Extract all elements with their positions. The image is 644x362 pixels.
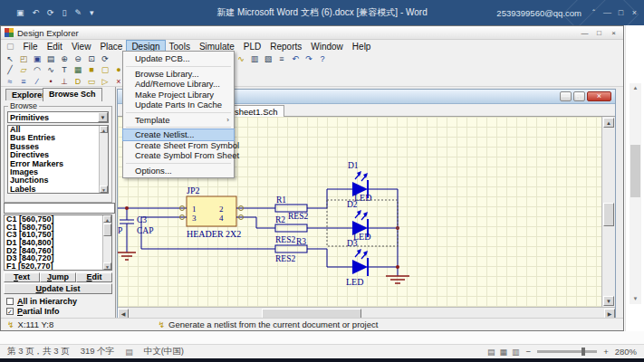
maximize-icon[interactable]: □: [615, 8, 627, 17]
minimize-icon[interactable]: —: [560, 91, 572, 101]
scroll-right-icon[interactable]: ▶: [604, 309, 615, 319]
chevron-down-icon[interactable]: ▼: [98, 112, 108, 122]
bus-icon[interactable]: ≡: [17, 76, 30, 87]
scroll-up-icon[interactable]: ▲: [100, 126, 108, 133]
wire-icon[interactable]: ≈: [4, 76, 16, 87]
scroll-down-icon[interactable]: ▼: [630, 294, 641, 304]
bus-entry-icon[interactable]: ∕: [31, 76, 43, 87]
help-icon[interactable]: ?: [316, 53, 329, 64]
zoom-slider[interactable]: [537, 350, 597, 353]
image-icon[interactable]: ▦: [72, 64, 84, 75]
junction-icon[interactable]: •: [44, 76, 57, 87]
scroll-up-icon[interactable]: ▲: [103, 215, 111, 223]
scroll-left-icon[interactable]: ◀: [118, 309, 129, 319]
part-icon[interactable]: D: [72, 76, 84, 87]
clipboard-icon[interactable]: ▯: [62, 8, 67, 17]
save-icon[interactable]: ▣: [16, 8, 24, 17]
menu-item-update-pcb[interactable]: Update PCB...: [123, 53, 234, 64]
library-add-icon[interactable]: ▧: [262, 53, 274, 64]
zoom-area-icon[interactable]: ⊡: [85, 53, 98, 64]
text-button[interactable]: Text: [4, 272, 40, 282]
web-layout-icon[interactable]: ▥: [512, 348, 520, 357]
category-item[interactable]: Labels: [8, 186, 108, 194]
d1-component[interactable]: D1 LED: [348, 161, 371, 203]
text-icon[interactable]: T: [58, 64, 71, 75]
edit-button[interactable]: Edit: [76, 272, 112, 282]
redo-icon[interactable]: ⟳: [47, 8, 54, 17]
schematic-vscrollbar[interactable]: ▲ ▼: [601, 117, 615, 307]
ground-symbol[interactable]: [386, 276, 409, 283]
document-tab-sheet1[interactable]: sheet1.Sch: [228, 105, 284, 118]
power-port-icon[interactable]: ⊥: [58, 76, 71, 87]
tab-browse-sch[interactable]: Browse Sch: [43, 88, 102, 101]
proofing-icon[interactable]: ▤: [125, 348, 133, 357]
scroll-down-icon[interactable]: ▼: [603, 296, 614, 306]
menu-view[interactable]: View: [67, 41, 96, 52]
print-layout-icon[interactable]: ▦: [500, 348, 508, 357]
menu-item-create-sheet-from-symbol[interactable]: Create Sheet From Symbol: [123, 140, 234, 151]
library-icon[interactable]: ▥: [248, 53, 261, 64]
scrollbar-thumb[interactable]: [630, 145, 640, 197]
curve-icon[interactable]: ∿: [44, 64, 57, 75]
design-explorer-titlebar[interactable]: Design Explorer —□×: [1, 26, 623, 40]
undo-icon[interactable]: ↶: [33, 8, 40, 17]
menu-reports[interactable]: Reports: [265, 41, 306, 52]
menu-item-create-netlist[interactable]: Create Netlist...: [123, 129, 234, 140]
components-scrollbar[interactable]: ▲ ▼: [102, 215, 111, 270]
checkbox-unchecked[interactable]: [6, 298, 14, 305]
jump-button[interactable]: Jump: [40, 272, 76, 282]
update-list-button[interactable]: Update List: [4, 283, 112, 294]
ribbon-display-options-icon[interactable]: ˆ: [588, 8, 600, 17]
word-count[interactable]: 319 个字: [81, 346, 115, 357]
zoom-out-icon[interactable]: ⊖: [72, 53, 84, 64]
document-icon[interactable]: ▢: [6, 42, 14, 51]
checkbox-label[interactable]: All in Hierarchy: [17, 297, 77, 306]
undo-icon[interactable]: ↶: [289, 53, 302, 64]
word-vertical-scrollbar[interactable]: ▲ ▼: [630, 83, 641, 304]
checkbox-checked[interactable]: ✓: [6, 308, 14, 315]
menu-pld[interactable]: PLD: [239, 41, 265, 52]
zoom-out-button[interactable]: −: [526, 347, 532, 357]
menu-window[interactable]: Window: [306, 41, 348, 52]
save-icon[interactable]: ▣: [31, 53, 43, 64]
scrollbar-thumb[interactable]: [262, 309, 361, 319]
port-icon[interactable]: ▷: [99, 76, 111, 87]
read-mode-icon[interactable]: ▤: [487, 348, 495, 357]
account-label[interactable]: 2539399560@qq.com: [496, 8, 582, 18]
menu-item-make-project-library[interactable]: Make Project Library: [123, 90, 234, 100]
ground-symbol[interactable]: [118, 252, 136, 260]
minimize-icon[interactable]: —: [579, 29, 591, 37]
menu-item-options[interactable]: Options...: [123, 166, 234, 176]
menu-item-browse-library[interactable]: Browse Library...: [123, 69, 234, 80]
page-info[interactable]: 第 3 页，共 3 页: [7, 346, 70, 357]
scrollbar-thumb[interactable]: [103, 224, 111, 236]
menu-item-update-parts-in-cache[interactable]: Update Parts In Cache: [123, 100, 234, 110]
component-item[interactable]: F1 [520,770]: [5, 262, 111, 271]
arc-icon[interactable]: ◠: [31, 64, 43, 75]
language-label[interactable]: 中文(中国): [144, 346, 184, 357]
minimize-icon[interactable]: —: [601, 8, 613, 17]
restore-icon[interactable]: ◱: [573, 91, 585, 101]
c3-labels[interactable]: C3 CAP P: [118, 215, 153, 235]
scroll-up-icon[interactable]: ▲: [603, 118, 614, 128]
waveform-probe-icon[interactable]: ∿: [235, 53, 247, 64]
checkbox-label[interactable]: Partial Info: [17, 307, 60, 316]
zoom-in-button[interactable]: +: [603, 347, 609, 357]
refresh-icon[interactable]: ⟳: [99, 53, 111, 64]
maximize-icon[interactable]: □: [593, 29, 605, 37]
menu-help[interactable]: Help: [348, 41, 376, 52]
zoom-level[interactable]: 280%: [615, 347, 637, 357]
menu-item-add-remove-library[interactable]: Add/Remove Library...: [123, 79, 234, 90]
rectangle-icon[interactable]: ■: [85, 64, 98, 75]
select-icon[interactable]: ↖: [4, 53, 16, 64]
menu-item-create-symbol-from-sheet[interactable]: Create Symbol From Sheet: [123, 150, 234, 161]
open-document-icon[interactable]: ◰: [17, 53, 30, 64]
close-icon[interactable]: ×: [587, 91, 611, 101]
round-rectangle-icon[interactable]: ▢: [99, 64, 111, 75]
hierarchy-icon[interactable]: ≡: [275, 53, 288, 64]
zoom-slider-thumb[interactable]: [582, 348, 585, 356]
print-icon[interactable]: ▤: [44, 53, 57, 64]
scroll-up-icon[interactable]: ▲: [630, 83, 641, 93]
close-icon[interactable]: ×: [608, 29, 620, 37]
filter-input[interactable]: [4, 203, 115, 214]
